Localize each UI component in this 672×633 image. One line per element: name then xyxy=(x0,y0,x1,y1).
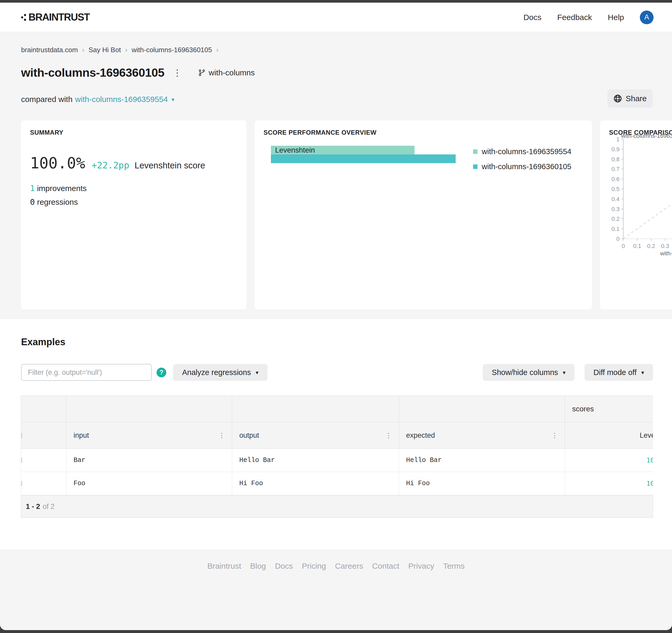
legend-item: with-columns-1696359554 xyxy=(473,147,571,156)
filter-input[interactable] xyxy=(21,364,152,381)
nav-feedback[interactable]: Feedback xyxy=(557,13,592,22)
row-checkbox[interactable] xyxy=(21,481,22,486)
header-nav: Docs Feedback Help A xyxy=(523,10,653,24)
share-button[interactable]: Share xyxy=(607,89,653,107)
regressions-count: 0 xyxy=(30,197,35,206)
analyze-regressions-button[interactable]: Analyze regressions xyxy=(173,364,267,381)
footer-link-terms[interactable]: Terms xyxy=(443,562,465,570)
examples-table-container: scores input output expected xyxy=(21,395,653,518)
examples-table: scores input output expected xyxy=(21,395,653,495)
avatar[interactable]: A xyxy=(640,10,653,24)
browser-page: BRAINTRUST Docs Feedback Help A braintru… xyxy=(0,3,672,630)
globe-icon xyxy=(614,94,622,103)
nav-docs[interactable]: Docs xyxy=(523,13,541,22)
regressions-line: 0 regressions xyxy=(30,197,78,206)
diff-mode-button[interactable]: Diff mode off xyxy=(584,364,653,381)
page-title: with-columns-1696360105 xyxy=(21,66,164,79)
improvements-line: 1 improvements xyxy=(30,184,87,193)
breadcrumb-project[interactable]: Say Hi Bot xyxy=(89,46,121,54)
bar-baseline-experiment[interactable]: Levenshtein xyxy=(271,146,414,154)
breadcrumb-separator xyxy=(216,46,218,54)
row-checkbox[interactable] xyxy=(21,458,22,463)
diff-mode-label: Diff mode off xyxy=(594,368,637,377)
nav-help[interactable]: Help xyxy=(608,13,624,22)
footer-link-pricing[interactable]: Pricing xyxy=(302,562,326,570)
svg-text:0: 0 xyxy=(617,236,620,242)
compared-experiment-link[interactable]: with-columns-1696359554 xyxy=(75,95,168,104)
logo-dots-icon xyxy=(21,13,26,22)
cell-output[interactable]: Hi Foo xyxy=(232,472,399,495)
app-header: BRAINTRUST Docs Feedback Help A xyxy=(0,3,672,32)
score-comparison-chart: with-columns-1696360105 xyxy=(600,120,672,309)
chart-legend: with-columns-1696359554 with-columns-169… xyxy=(473,147,571,171)
svg-text:0: 0 xyxy=(622,243,625,249)
breadcrumb-org[interactable]: braintrustdata.com xyxy=(21,46,78,54)
branch-tag: with-columns xyxy=(198,68,255,77)
bar-current-experiment[interactable] xyxy=(271,154,456,163)
improvements-label: improvements xyxy=(35,184,87,193)
show-hide-columns-button[interactable]: Show/hide columns xyxy=(483,364,575,381)
pagination-total: of 2 xyxy=(43,503,54,511)
x-axis-series-label: with-columns-1696359554 xyxy=(660,250,672,257)
chevron-down-icon[interactable] xyxy=(172,97,174,102)
improvements-count: 1 xyxy=(30,184,35,193)
summary-card: SUMMARY 100.0% +22.2pp Levenshtein score… xyxy=(21,120,246,309)
svg-text:1: 1 xyxy=(617,136,620,143)
svg-text:0.2: 0.2 xyxy=(611,216,620,222)
examples-heading: Examples xyxy=(21,337,65,348)
analyze-regressions-label: Analyze regressions xyxy=(182,368,251,377)
column-header-output: output xyxy=(239,431,259,440)
title-kebab-menu-icon[interactable] xyxy=(173,68,182,77)
cell-output[interactable]: Hello Bar xyxy=(232,449,399,472)
x-tick-marks xyxy=(623,239,665,241)
examples-controls: ? Analyze regressions Show/hide columns … xyxy=(21,364,653,381)
svg-text:0.1: 0.1 xyxy=(611,225,620,232)
chevron-down-icon xyxy=(256,370,259,375)
cell-input[interactable]: Bar xyxy=(66,449,232,472)
score-performance-card: SCORE PERFORMANCE OVERVIEW Levenshtein w… xyxy=(255,120,592,309)
y-tick-labels: 1 0.9 0.8 0.7 0.6 0.5 0.4 0.3 0.2 0.1 0 xyxy=(611,136,620,242)
svg-text:0.3: 0.3 xyxy=(661,243,669,249)
column-header-row: input output expected Levenshtein xyxy=(21,422,653,449)
cell-input[interactable]: Foo xyxy=(66,472,232,495)
y-axis-series-label: with-columns-1696360105 xyxy=(621,132,672,139)
footer-link-careers[interactable]: Careers xyxy=(335,562,363,570)
select-all-checkbox[interactable] xyxy=(21,433,22,438)
footer-link-privacy[interactable]: Privacy xyxy=(408,562,434,570)
show-hide-columns-label: Show/hide columns xyxy=(492,368,558,377)
legend-label-current: with-columns-1696360105 xyxy=(482,162,571,171)
footer-link-braintrust[interactable]: Braintrust xyxy=(208,562,241,570)
compared-with-prefix: compared with xyxy=(21,95,72,104)
cell-expected[interactable]: Hello Bar xyxy=(399,449,565,472)
cell-expected[interactable]: Hi Foo xyxy=(399,472,565,495)
cell-score[interactable]: 100.0% xyxy=(565,449,653,472)
column-header-levenshtein[interactable]: Levenshtein xyxy=(565,422,653,449)
score-performance-heading: SCORE PERFORMANCE OVERVIEW xyxy=(264,129,377,136)
cell-score[interactable]: 100.0% xyxy=(565,472,653,495)
svg-text:0.5: 0.5 xyxy=(611,186,620,192)
legend-item: with-columns-1696360105 xyxy=(473,162,571,171)
footer-link-contact[interactable]: Contact xyxy=(372,562,399,570)
summary-score-delta: +22.2pp xyxy=(92,160,129,171)
column-menu-icon[interactable] xyxy=(218,432,225,439)
table-row[interactable]: Foo Hi Foo Hi Foo 100.0% xyxy=(21,472,653,495)
diagonal-reference-line xyxy=(623,176,672,239)
table-row[interactable]: Bar Hello Bar Hello Bar 100.0% xyxy=(21,449,653,472)
footer-link-docs[interactable]: Docs xyxy=(275,562,293,570)
chevron-down-icon xyxy=(563,370,566,375)
column-menu-icon[interactable] xyxy=(551,432,558,439)
breadcrumb-experiment[interactable]: with-columns-1696360105 xyxy=(132,46,212,54)
column-menu-icon[interactable] xyxy=(385,432,392,439)
score-comparison-card: SCORE COMPARISON with-columns-1696360105 xyxy=(600,120,672,309)
column-group-header-row: scores xyxy=(21,396,653,422)
footer-link-blog[interactable]: Blog xyxy=(250,562,266,570)
filter-help-icon[interactable]: ? xyxy=(157,368,166,378)
svg-text:0.3: 0.3 xyxy=(611,206,620,212)
svg-text:0.6: 0.6 xyxy=(611,176,620,182)
column-header-expected: expected xyxy=(406,431,435,440)
chevron-down-icon xyxy=(641,370,644,375)
scores-group-header: scores xyxy=(565,405,594,413)
braintrust-logo[interactable]: BRAINTRUST xyxy=(21,11,90,23)
summary-score-line: 100.0% +22.2pp Levenshtein score xyxy=(30,154,205,172)
bar-metric-label: Levenshtein xyxy=(271,146,315,154)
